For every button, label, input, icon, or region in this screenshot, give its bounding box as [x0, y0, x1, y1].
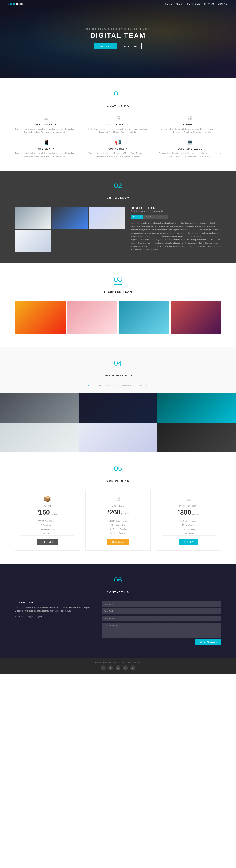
pricing-section: 05 OUR PRICING 📦 BASIC $150per year 100 …	[0, 452, 236, 564]
pricing-btn[interactable]: GET IT NOW	[36, 539, 58, 545]
contact-message-input[interactable]	[102, 623, 221, 638]
service-name: RESPONSIVE LAYOUT	[159, 148, 221, 150]
pricing-feature: 10 Pro Websites	[91, 523, 145, 527]
contact-body: CONTACT INFO Duis aute irure dolor in re…	[15, 601, 221, 645]
service-icon: 🖥	[87, 115, 149, 121]
twitter-icon[interactable]: t	[108, 665, 113, 670]
service-item: 💻 RESPONSIVE LAYOUT Duis aute irure dolo…	[159, 140, 221, 158]
nav-link-portfolio[interactable]: PORTFOLIO	[187, 3, 200, 5]
agency-tab-mobile[interactable]: MOBILE	[143, 215, 156, 219]
pricing-btn[interactable]: BUY NOW	[179, 539, 198, 545]
agency-image-1	[15, 207, 51, 229]
nav-link-pricing[interactable]: PRICING	[204, 3, 214, 5]
agency-tab-social[interactable]: SOCIAL	[156, 215, 168, 219]
pricing-feature: 100 GB Cloud Storage	[21, 519, 74, 523]
section1-divider	[114, 99, 122, 99]
team-member-2	[67, 301, 117, 334]
hero-btn-whatwedo[interactable]: What we do	[94, 43, 117, 50]
pricing-period: per year	[50, 513, 58, 515]
section6-title: CONTACT US	[15, 591, 221, 594]
agency-text: DIGITAL TEAM Best Design Agency from Cal…	[131, 207, 222, 251]
pricing-plan-label: BASIC	[21, 505, 74, 507]
service-item: ☁ WEB MARKETING Duis aute irure dolor in…	[15, 115, 77, 134]
contact-section: 06 CONTACT US CONTACT INFO Duis aute iru…	[0, 564, 236, 658]
facebook-icon[interactable]: f	[101, 665, 106, 670]
pricing-features: 100 GB Cloud Storage3 Pro Websites16 Acc…	[21, 519, 74, 535]
portfolio-tab-wordpress[interactable]: WORDPRESS	[122, 384, 136, 388]
pricing-price: $260per year	[91, 508, 145, 516]
team-member-1	[15, 301, 66, 334]
hero-content: WEB DESIGN / WEB DEVELOPMENT / SOCIAL ME…	[85, 28, 151, 50]
nav-links: HOMEABOUTPORTFOLIOPRICINGCONTACT	[165, 3, 229, 5]
contact-info-title: CONTACT INFO	[15, 601, 94, 604]
service-icon: ☁	[15, 115, 77, 121]
linkedin-icon[interactable]: in	[115, 665, 121, 670]
talented-team-section: 03 TALENTED TEAM	[0, 263, 236, 347]
pricing-period: per year	[192, 513, 199, 515]
pricing-card-professional: ☁ PROFESSIONAL $380per year 500 GB Cloud…	[156, 490, 221, 551]
pricing-price: $380per year	[162, 508, 215, 516]
service-name: MOBILE APP	[15, 148, 77, 150]
contact-form: SEND MESSAGE	[102, 601, 221, 645]
pricing-icon: 📦	[21, 495, 74, 502]
footer: Copyright © Digital Team HTML5 Template …	[0, 658, 236, 674]
portfolio-item-1	[0, 393, 79, 423]
contact-email-value: info@company.com	[27, 616, 43, 618]
portfolio-header: 04 OUR PORTFOLIO ALLHTMLPHOTOSHOPWORDPRE…	[0, 360, 236, 388]
portfolio-section: 04 OUR PORTFOLIO ALLHTMLPHOTOSHOPWORDPRE…	[0, 347, 236, 452]
google-plus-icon[interactable]: g+	[123, 665, 128, 670]
service-item: 📱 MOBILE APP Duis aute irure dolor in re…	[15, 140, 77, 158]
contact-email-row: ✉ EMAIL: info@company.com	[15, 616, 94, 618]
hero-subtitle: WEB DESIGN / WEB DEVELOPMENT / SOCIAL ME…	[85, 28, 151, 30]
pricing-icon: ☁	[162, 495, 215, 502]
pricing-card-business: 🖥 BUSINESS $260per year 500 GB Cloud Sto…	[86, 490, 150, 551]
navbar: DigitalTeam HOMEABOUTPORTFOLIOPRICINGCON…	[0, 0, 236, 8]
section5-title: OUR PRICING	[15, 479, 221, 483]
contact-name-input[interactable]	[102, 601, 221, 607]
section3-number: 03	[15, 276, 221, 283]
services-grid: ☁ WEB MARKETING Duis aute irure dolor in…	[15, 115, 221, 158]
pricing-feature: 24 Hour Support	[21, 531, 74, 535]
pinterest-icon[interactable]: p	[130, 665, 135, 670]
hero-btn-talkto[interactable]: Talk to us	[120, 43, 142, 50]
pricing-card-basic: 📦 BASIC $150per year 100 GB Cloud Storag…	[15, 490, 80, 551]
section6-divider	[114, 585, 122, 585]
contact-send-button[interactable]: SEND MESSAGE	[196, 639, 221, 645]
pricing-btn[interactable]: TRIAL TODAY	[107, 539, 129, 545]
portfolio-tab-mobile[interactable]: MOBILE	[140, 384, 148, 388]
agency-images	[15, 207, 125, 252]
agency-content: DIGITAL TEAM Best Design Agency from Cal…	[15, 207, 221, 252]
portfolio-tabs: ALLHTMLPHOTOSHOPWORDPRESSMOBILE	[15, 384, 221, 388]
hero-section: WEB DESIGN / WEB DEVELOPMENT / SOCIAL ME…	[0, 0, 236, 78]
portfolio-item-5	[79, 423, 158, 452]
team-member-4	[171, 301, 222, 334]
nav-link-about[interactable]: ABOUT	[176, 3, 183, 5]
portfolio-item-3	[157, 393, 236, 423]
portfolio-tab-all[interactable]: ALL	[88, 384, 92, 388]
nav-link-contact[interactable]: CONTACT	[218, 3, 229, 5]
section3-title: TALENTED TEAM	[15, 290, 221, 293]
contact-phone-input[interactable]	[102, 616, 221, 621]
agency-tab-design[interactable]: DESIGN	[131, 215, 144, 219]
section5-number: 05	[15, 465, 221, 472]
portfolio-tab-html[interactable]: HTML	[96, 384, 101, 388]
agency-brand: DIGITAL TEAM	[131, 207, 222, 210]
contact-info: CONTACT INFO Duis aute irure dolor in re…	[15, 601, 94, 645]
nav-link-home[interactable]: HOME	[165, 3, 172, 5]
pricing-price: $150per year	[21, 508, 74, 516]
section1-number: 01	[15, 90, 221, 97]
contact-email-input[interactable]	[102, 609, 221, 614]
agency-image-2	[52, 207, 88, 229]
service-name: SOCIAL MEDIA	[87, 148, 149, 150]
team-grid	[15, 301, 221, 334]
pricing-icon: 🖥	[91, 495, 145, 502]
section2-number: 02	[15, 182, 221, 189]
footer-copyright: Copyright © Digital Team HTML5 Template …	[15, 661, 221, 663]
section5-divider	[114, 473, 122, 474]
portfolio-tab-photoshop[interactable]: PHOTOSHOP	[105, 384, 119, 388]
pricing-plan-label: PROFESSIONAL	[162, 505, 215, 507]
service-desc: You can easily change fonts by looking a…	[87, 152, 149, 158]
service-icon: 📢	[87, 140, 149, 146]
agency-body: Duis aute irure dolor in reprehenderit i…	[131, 221, 222, 251]
pricing-feature: 48 Minute Support	[91, 531, 145, 535]
